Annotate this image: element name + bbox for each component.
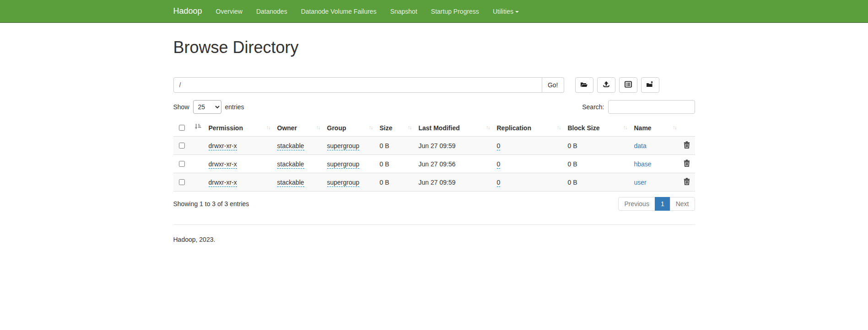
go-button[interactable]: Go! <box>542 77 564 93</box>
delete-button[interactable] <box>684 178 690 185</box>
delete-button[interactable] <box>684 141 690 149</box>
last-modified-cell: Jun 27 09:56 <box>415 155 493 173</box>
nav-link[interactable]: Overview <box>209 1 249 22</box>
owner-cell: stackable <box>274 173 323 192</box>
nav-item: Snapshot <box>383 1 424 22</box>
directory-link[interactable]: hbase <box>634 160 652 168</box>
table-header-row: Permission Owner Group Size Last Modifie… <box>173 119 695 137</box>
group-editable[interactable]: supergroup <box>327 179 360 187</box>
name-cell: hbase <box>631 155 680 173</box>
block-size-cell: 0 B <box>564 137 631 155</box>
directory-link[interactable]: data <box>634 142 647 149</box>
sort-toggle-icon <box>364 124 372 131</box>
page-size-select[interactable]: 25 <box>193 100 221 114</box>
nav-link[interactable]: Datanodes <box>249 1 294 22</box>
folder-move-icon <box>646 81 654 89</box>
pagination: Previous 1 Next <box>618 197 695 211</box>
size-cell: 0 B <box>376 155 415 173</box>
column-header[interactable]: Block Size <box>564 119 631 137</box>
sort-toggle-icon <box>262 124 270 131</box>
replication-editable[interactable]: 0 <box>497 142 501 150</box>
column-header[interactable]: Name <box>631 119 680 137</box>
group-editable[interactable]: supergroup <box>327 142 360 150</box>
sort-toggle-icon <box>668 124 676 131</box>
page-1-button[interactable]: 1 <box>655 197 670 211</box>
brand-hadoop[interactable]: Hadoop <box>173 0 209 23</box>
actions-cell <box>680 155 695 173</box>
select-all-checkbox[interactable] <box>179 125 185 131</box>
group-editable[interactable]: supergroup <box>327 160 360 169</box>
permission-cell: drwxr-xr-x <box>205 173 274 192</box>
table-row: drwxr-xr-x stackable supergroup 0 B Jun … <box>173 173 695 192</box>
permission-editable[interactable]: drwxr-xr-x <box>209 160 237 169</box>
nav-link[interactable]: Startup Progress <box>424 1 486 22</box>
replication-editable[interactable]: 0 <box>497 179 501 187</box>
site-footer-text: Hadoop, 2023. <box>173 236 695 243</box>
column-header[interactable]: Permission <box>205 119 274 137</box>
sort-toggle-icon <box>619 124 627 131</box>
actions-column-header <box>680 119 695 137</box>
table-body: drwxr-xr-x stackable supergroup 0 B Jun … <box>173 137 695 192</box>
nav-link[interactable]: Datanode Volume Failures <box>294 1 383 22</box>
upload-files-button[interactable] <box>597 77 615 93</box>
create-directory-button[interactable] <box>575 77 593 93</box>
table-row: drwxr-xr-x stackable supergroup 0 B Jun … <box>173 155 695 173</box>
chevron-down-icon <box>515 11 519 13</box>
owner-cell: stackable <box>274 137 323 155</box>
move-to-button[interactable] <box>641 77 659 93</box>
trash-icon <box>684 161 690 168</box>
last-modified-cell: Jun 27 09:59 <box>415 137 493 155</box>
group-cell: supergroup <box>323 137 376 155</box>
entries-info: Showing 1 to 3 of 3 entries <box>173 200 249 208</box>
cut-paste-button[interactable] <box>619 77 637 93</box>
show-label: Show <box>173 103 189 111</box>
directory-path-input[interactable] <box>173 77 542 93</box>
permission-cell: drwxr-xr-x <box>205 137 274 155</box>
folder-open-icon <box>580 81 588 89</box>
column-header[interactable]: Group <box>323 119 376 137</box>
actions-cell <box>680 173 695 192</box>
owner-editable[interactable]: stackable <box>277 142 304 150</box>
nav-link[interactable]: Snapshot <box>383 1 424 22</box>
delete-button[interactable] <box>684 160 690 167</box>
trash-icon <box>684 143 690 150</box>
sorted-descending-icon <box>194 123 201 131</box>
footer-divider <box>173 224 695 225</box>
replication-cell: 0 <box>493 173 564 192</box>
column-header[interactable]: Size <box>376 119 415 137</box>
search-label: Search: <box>582 103 604 111</box>
block-size-cell: 0 B <box>564 155 631 173</box>
page-title: Browse Directory <box>173 38 695 57</box>
nav-item: Startup Progress <box>424 1 486 22</box>
column-header[interactable]: Last Modified <box>415 119 493 137</box>
sort-toggle-icon <box>403 124 411 131</box>
column-header[interactable]: Replication <box>493 119 564 137</box>
size-cell: 0 B <box>376 173 415 192</box>
table-row: drwxr-xr-x stackable supergroup 0 B Jun … <box>173 137 695 155</box>
next-page-button[interactable]: Next <box>670 197 695 211</box>
previous-page-button[interactable]: Previous <box>618 197 655 211</box>
search-input[interactable] <box>608 100 695 114</box>
group-cell: supergroup <box>323 173 376 192</box>
owner-editable[interactable]: stackable <box>277 160 304 169</box>
nav-item: Overview <box>209 1 249 22</box>
permission-cell: drwxr-xr-x <box>205 155 274 173</box>
permission-editable[interactable]: drwxr-xr-x <box>209 142 237 150</box>
select-all-header[interactable] <box>173 119 205 137</box>
directory-link[interactable]: user <box>634 179 647 186</box>
column-header[interactable]: Owner <box>274 119 323 137</box>
upload-icon <box>603 81 610 89</box>
utilities-dropdown[interactable]: Utilities <box>486 1 526 22</box>
name-cell: user <box>631 173 680 192</box>
replication-cell: 0 <box>493 137 564 155</box>
path-bar: Go! <box>173 77 695 93</box>
replication-editable[interactable]: 0 <box>497 160 501 169</box>
row-checkbox[interactable] <box>179 143 185 149</box>
actions-cell <box>680 137 695 155</box>
group-cell: supergroup <box>323 155 376 173</box>
owner-editable[interactable]: stackable <box>277 179 304 187</box>
block-size-cell: 0 B <box>564 173 631 192</box>
row-checkbox[interactable] <box>179 179 185 185</box>
row-checkbox[interactable] <box>179 161 185 167</box>
permission-editable[interactable]: drwxr-xr-x <box>209 179 237 187</box>
